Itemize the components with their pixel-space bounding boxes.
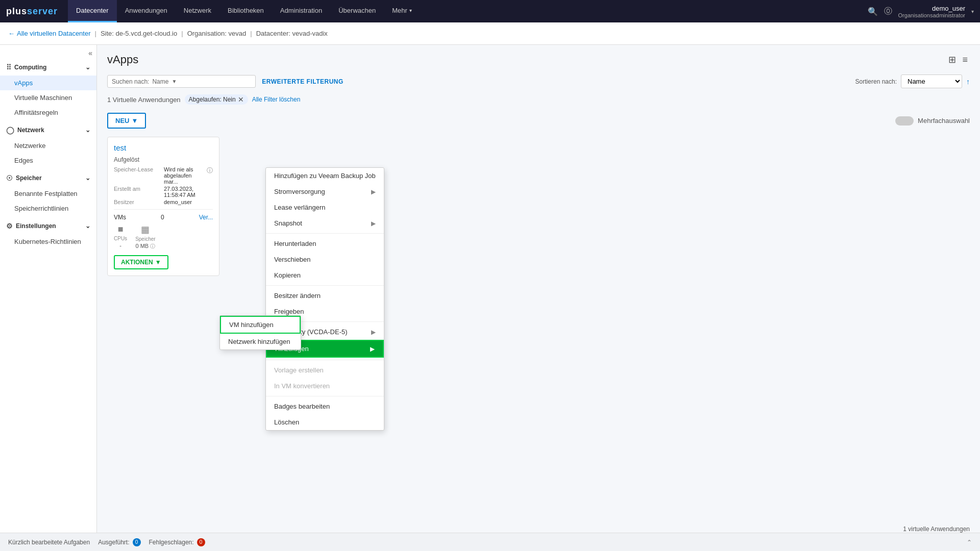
sidebar-einstellungen-header[interactable]: ⚙ Einstellungen ⌄ <box>0 218 96 234</box>
filter-row: Suchen nach: Name ▼ ERWEITERTE FILTERUNG… <box>107 74 970 88</box>
main-layout: « ⠿ Computing ⌄ vApps Virtuelle Maschine… <box>0 45 980 533</box>
sidebar-item-edges[interactable]: Edges <box>0 153 96 168</box>
context-menu: Hinzufügen zu Veeam Backup Job Stromvers… <box>265 167 384 431</box>
search-input[interactable] <box>180 78 251 85</box>
breadcrumb-org: Organisation: vevad <box>187 30 247 37</box>
nav-mehr[interactable]: Mehr ▾ <box>384 0 420 22</box>
menu-snapshot[interactable]: Snapshot ▶ <box>266 215 384 231</box>
sidebar-item-speicherrichtlinien[interactable]: Speicherrichtlinien <box>0 201 96 216</box>
aktionen-chevron-icon: ▼ <box>155 259 161 266</box>
mehrfach-toggle[interactable] <box>895 116 914 126</box>
ausgefuehrt-label: Ausgeführt: <box>98 539 129 546</box>
menu-herunterladen[interactable]: Herunterladen <box>266 236 384 252</box>
sidebar-item-vapps[interactable]: vApps <box>0 76 96 90</box>
new-button[interactable]: NEU ▼ <box>107 113 146 129</box>
nav-ueberwachen[interactable]: Überwachen <box>330 0 384 22</box>
menu-kopieren[interactable]: Kopieren <box>266 267 384 283</box>
breadcrumb: ← Alle virtuellen Datacenter | Site: de-… <box>0 22 980 45</box>
vms-label: VMs <box>114 214 126 221</box>
search-box: Suchen nach: Name ▼ <box>107 75 256 88</box>
speicher-lease-label: Speicher-Lease <box>114 166 160 185</box>
aktionen-button[interactable]: AKTIONEN ▼ <box>114 255 168 269</box>
submenu-netzwerk-hinzufuegen[interactable]: Netzwerk hinzufügen <box>220 334 301 349</box>
search-field-value: Name <box>152 78 168 85</box>
menu-verschieben[interactable]: Verschieben <box>266 252 384 267</box>
vms-link[interactable]: Ver... <box>199 214 213 221</box>
filter-count: 1 Virtuelle Anwendungen <box>107 96 181 104</box>
netzwerk-icon: ◯ <box>6 126 14 134</box>
sidebar-item-kubernetes[interactable]: Kubernetes-Richtlinien <box>0 234 96 249</box>
menu-vorlage: Vorlage erstellen <box>266 362 384 378</box>
search-dropdown-icon[interactable]: ▼ <box>172 79 177 84</box>
bottom-aufgaben: Kürzlich bearbeitete Aufgaben <box>8 539 90 546</box>
sidebar-speicher-header[interactable]: ☉ Speicher ⌄ <box>0 170 96 186</box>
user-role: Organisationsadministrator <box>898 12 965 18</box>
grid-view-button[interactable]: ⊞ <box>946 53 958 66</box>
speicher-label: Speicher <box>16 174 42 182</box>
sidebar-section-einstellungen: ⚙ Einstellungen ⌄ Kubernetes-Richtlinien <box>0 218 96 249</box>
menu-badges[interactable]: Badges bearbeiten <box>266 398 384 414</box>
menu-freigeben-label: Freigeben <box>274 308 304 315</box>
nav-netzwerk[interactable]: Netzwerk <box>176 0 219 22</box>
help-icon[interactable]: ⓪ <box>884 6 892 17</box>
menu-stromversorgung[interactable]: Stromversorgung ▶ <box>266 184 384 199</box>
nav-anwendungen[interactable]: Anwendungen <box>117 0 176 22</box>
bottom-bar: Kürzlich bearbeitete Aufgaben Ausgeführt… <box>0 533 980 551</box>
card-speicher-lease-row: Speicher-Lease Wird nie als abgelaufen m… <box>114 166 213 185</box>
user-dropdown-icon[interactable]: ▾ <box>971 9 974 14</box>
nav-administration[interactable]: Administration <box>272 0 330 22</box>
sort-asc-icon[interactable]: ↑ <box>966 78 970 86</box>
sidebar-collapse: « <box>0 45 96 59</box>
breadcrumb-site: Site: de-5.vcd.get-cloud.io <box>101 30 177 37</box>
sidebar-item-netzwerke[interactable]: Netzwerke <box>0 138 96 153</box>
search-prefix: Suchen nach: <box>112 78 149 85</box>
sort-select[interactable]: Name <box>901 74 962 88</box>
card-title[interactable]: test <box>114 143 213 152</box>
clear-filters-button[interactable]: Alle Filter löschen <box>252 96 301 103</box>
sidebar: « ⠿ Computing ⌄ vApps Virtuelle Maschine… <box>0 45 97 533</box>
menu-stromversorgung-label: Stromversorgung <box>274 188 325 195</box>
sidebar-item-festplatten[interactable]: Benannte Festplatten <box>0 186 96 201</box>
sidebar-item-vms[interactable]: Virtuelle Maschinen <box>0 90 96 105</box>
breadcrumb-sep2: | <box>181 30 183 37</box>
user-menu[interactable]: demo_user Organisationsadministrator <box>898 5 965 18</box>
menu-verschieben-label: Verschieben <box>274 256 311 263</box>
hinzufuegen-arrow-icon: ▶ <box>370 345 375 353</box>
new-button-chevron-icon: ▼ <box>131 117 138 124</box>
list-view-button[interactable]: ≡ <box>960 53 970 66</box>
einstellungen-label: Einstellungen <box>16 222 56 230</box>
sidebar-computing-header[interactable]: ⠿ Computing ⌄ <box>0 59 96 76</box>
speicher-chevron-icon: ⌄ <box>85 174 90 182</box>
advanced-filter-button[interactable]: ERWEITERTE FILTERUNG <box>262 78 344 85</box>
menu-veeam[interactable]: Hinzufügen zu Veeam Backup Job <box>266 168 384 184</box>
fehlgeschlagen-badge: 0 <box>197 538 205 546</box>
search-icon[interactable]: 🔍 <box>868 7 878 16</box>
collapse-sidebar-button[interactable]: « <box>88 49 92 57</box>
vapp-card[interactable]: test Aufgelöst Speicher-Lease Wird nie a… <box>107 137 219 276</box>
back-to-datacenters[interactable]: ← Alle virtuellen Datacenter <box>8 30 91 37</box>
menu-snapshot-label: Snapshot <box>274 219 302 227</box>
filter-tag-label: Abgelaufen: Nein <box>189 96 236 103</box>
nav-datacenter[interactable]: Datecenter <box>68 0 117 22</box>
besitzer-value: demo_user <box>164 199 192 205</box>
user-name: demo_user <box>932 5 965 12</box>
mehrfach-row: Mehrfachauswahl <box>895 116 970 126</box>
view-icons: ⊞ ≡ <box>946 53 970 66</box>
einstellungen-icon: ⚙ <box>6 222 13 230</box>
menu-loeschen[interactable]: Löschen <box>266 414 384 430</box>
expand-icon[interactable]: ⌃ <box>967 539 972 546</box>
remove-filter-tag-icon[interactable]: ✕ <box>238 95 244 104</box>
menu-besitzer[interactable]: Besitzer ändern <box>266 288 384 304</box>
nav-bibliotheken[interactable]: Bibliotheken <box>219 0 272 22</box>
stromversorgung-arrow-icon: ▶ <box>371 188 376 195</box>
submenu-vm-hinzufuegen[interactable]: VM hinzufügen <box>220 316 301 334</box>
nav-right: 🔍 ⓪ demo_user Organisationsadministrator… <box>868 5 974 18</box>
erstellt-value: 27.03.2023, 11:58:47 AM <box>164 186 213 198</box>
breadcrumb-sep1: | <box>95 30 96 37</box>
separator4 <box>266 360 384 360</box>
menu-herunterladen-label: Herunterladen <box>274 240 316 247</box>
sidebar-netzwerk-header[interactable]: ◯ Netzwerk ⌄ <box>0 122 96 138</box>
sidebar-item-affinity[interactable]: Affinitätsregeln <box>0 105 96 120</box>
menu-lease[interactable]: Lease verlängern <box>266 199 384 215</box>
filter-tags-row: 1 Virtuelle Anwendungen Abgelaufen: Nein… <box>107 94 970 105</box>
